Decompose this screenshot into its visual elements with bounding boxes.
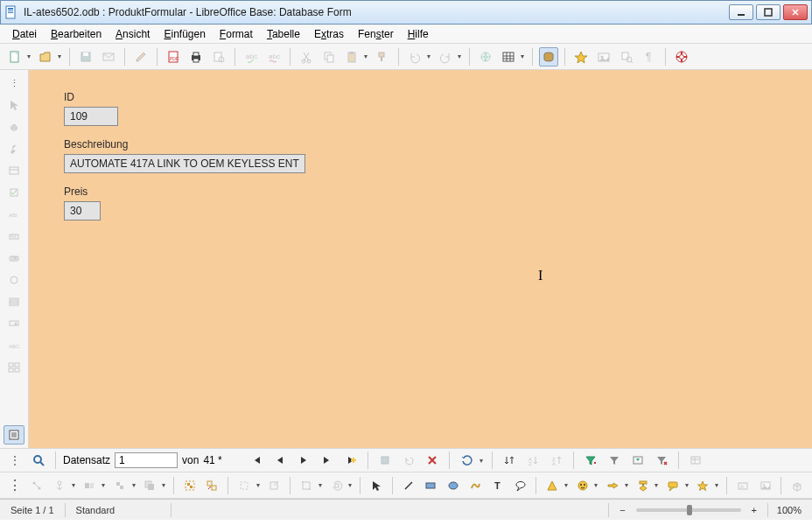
save-icon[interactable] [76, 47, 95, 66]
flowchart-dropdown[interactable]: ▾ [653, 481, 660, 489]
find-icon[interactable] [29, 451, 48, 470]
menu-tabelle[interactable]: Tabelle [260, 26, 307, 42]
menu-datei[interactable]: Datei [5, 26, 44, 42]
next-record-icon[interactable] [294, 451, 313, 470]
symbol-shapes-icon[interactable] [573, 476, 592, 495]
navigator-star-icon[interactable] [571, 47, 591, 66]
table-dropdown[interactable]: ▾ [519, 52, 526, 60]
new-doc-dropdown[interactable]: ▾ [25, 52, 32, 60]
symbol-shapes-dropdown[interactable]: ▾ [592, 481, 599, 489]
circle-icon[interactable] [4, 270, 24, 290]
undo-icon[interactable] [405, 47, 424, 66]
paste-icon[interactable] [342, 47, 361, 66]
form-navigator-icon[interactable] [4, 425, 24, 444]
menu-extras[interactable]: Extras [307, 26, 351, 42]
align-icon[interactable] [110, 476, 130, 495]
datasource-as-table-icon[interactable] [686, 451, 705, 470]
open-dropdown[interactable]: ▾ [56, 52, 63, 60]
copy-icon[interactable] [319, 47, 339, 66]
filter-apply-icon[interactable] [605, 451, 624, 470]
edit-icon[interactable] [131, 47, 150, 66]
rectangle-tool-icon[interactable] [421, 476, 440, 495]
form-props-icon[interactable] [4, 161, 24, 180]
new-record-icon[interactable] [341, 451, 360, 470]
ellipse-icon[interactable] [444, 476, 463, 495]
print-preview-icon[interactable] [209, 47, 228, 66]
ungroup-icon[interactable] [203, 476, 222, 495]
textfield-icon[interactable]: %F [4, 227, 24, 246]
flowchart-icon[interactable] [634, 476, 653, 495]
text-icon[interactable]: T [488, 476, 508, 495]
menu-hilfe[interactable]: Hilfe [401, 26, 436, 42]
undo-dropdown[interactable]: ▾ [425, 52, 432, 60]
fontwork-icon[interactable]: A [733, 476, 752, 495]
rotate-dropdown[interactable]: ▾ [346, 481, 354, 489]
more-label-icon[interactable]: ABC [4, 336, 24, 355]
print-icon[interactable] [186, 47, 206, 66]
dots-icon[interactable]: ⋮ [5, 451, 24, 470]
beschreibung-input[interactable] [64, 154, 305, 173]
hyperlink-icon[interactable] [476, 47, 495, 66]
extrusion-icon[interactable] [788, 476, 807, 495]
star-shapes-icon[interactable] [694, 476, 713, 495]
filter-remove-icon[interactable] [652, 451, 671, 470]
rotate-icon[interactable] [327, 476, 346, 495]
select-tool-icon[interactable] [367, 476, 386, 495]
open-icon[interactable] [36, 47, 55, 66]
menu-ansicht[interactable]: Ansicht [108, 26, 157, 42]
align-dropdown[interactable]: ▾ [130, 481, 137, 489]
cut-icon[interactable] [297, 47, 316, 66]
zoom-icon[interactable] [617, 47, 636, 66]
id-input[interactable] [64, 107, 118, 126]
basic-shapes-icon[interactable] [542, 476, 562, 495]
last-record-icon[interactable] [318, 451, 337, 470]
callout-icon[interactable] [511, 476, 530, 495]
zoom-value[interactable]: 100% [768, 500, 812, 520]
arrange-icon[interactable] [141, 476, 160, 495]
maximize-button[interactable] [756, 4, 780, 20]
listbox-icon[interactable] [4, 292, 24, 312]
dots-icon[interactable]: ⋮ [5, 476, 24, 495]
anchor-dropdown[interactable]: ▾ [70, 481, 77, 489]
wrap-dropdown[interactable]: ▾ [100, 481, 107, 489]
callout-shapes-icon[interactable] [663, 476, 682, 495]
group-icon[interactable] [180, 476, 200, 495]
datasource-icon[interactable] [539, 47, 558, 66]
delete-record-icon[interactable] [423, 451, 442, 470]
close-button[interactable] [783, 4, 808, 20]
menu-format[interactable]: Format [213, 26, 260, 42]
save-record-icon[interactable] [375, 451, 395, 470]
sort-desc-icon[interactable]: ZA [547, 451, 566, 470]
table-icon[interactable] [499, 47, 518, 66]
autospell-icon[interactable]: abc [264, 47, 284, 66]
help-icon[interactable] [672, 47, 691, 66]
menu-fenster[interactable]: Fenster [351, 26, 401, 42]
position-dropdown[interactable]: ▾ [317, 481, 324, 489]
preis-input[interactable] [64, 201, 101, 220]
menu-einfuegen[interactable]: Einfügen [157, 26, 212, 42]
label-icon[interactable]: ABI [4, 205, 24, 224]
edit-group-icon[interactable] [234, 476, 254, 495]
redo-icon[interactable] [436, 47, 455, 66]
dots-icon[interactable]: ⋮ [4, 74, 24, 93]
edit-group-dropdown[interactable]: ▾ [255, 481, 262, 489]
email-icon[interactable] [99, 47, 118, 66]
first-record-icon[interactable] [247, 451, 266, 470]
button-icon[interactable]: OK [4, 248, 24, 268]
sort-icon[interactable] [500, 451, 519, 470]
spellcheck-icon[interactable]: abc [242, 47, 261, 66]
zoom-out-icon[interactable]: − [609, 500, 635, 520]
autofilter-icon[interactable] [581, 451, 600, 470]
position-size-icon[interactable] [297, 476, 316, 495]
redo-dropdown[interactable]: ▾ [456, 52, 463, 60]
prev-record-icon[interactable] [270, 451, 290, 470]
freeform-icon[interactable] [466, 476, 486, 495]
callout-shapes-dropdown[interactable]: ▾ [683, 481, 690, 489]
more-controls-icon[interactable] [4, 358, 24, 377]
paste-dropdown[interactable]: ▾ [362, 52, 369, 60]
minimize-button[interactable] [729, 4, 753, 20]
line-icon[interactable] [399, 476, 418, 495]
checkbox-icon[interactable] [4, 183, 24, 202]
exit-group-icon[interactable] [265, 476, 284, 495]
record-number-input[interactable] [115, 452, 178, 468]
